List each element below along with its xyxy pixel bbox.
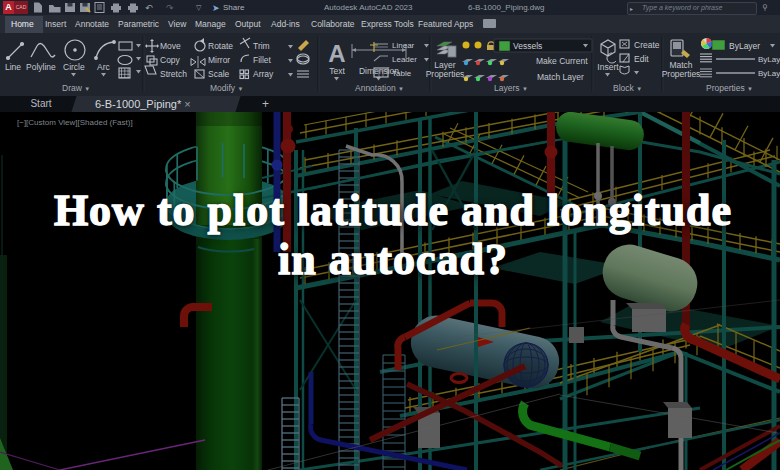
svg-text:ByLayer: ByLayer bbox=[729, 41, 760, 51]
svg-text:A: A bbox=[328, 40, 345, 67]
svg-text:Scale: Scale bbox=[208, 69, 230, 79]
svg-text:Line: Line bbox=[5, 62, 21, 72]
svg-text:Linear: Linear bbox=[392, 41, 415, 50]
svg-text:Mirror: Mirror bbox=[208, 55, 230, 65]
svg-text:Copy: Copy bbox=[160, 55, 181, 65]
svg-text:Make Current: Make Current bbox=[536, 56, 588, 66]
svg-text:Create: Create bbox=[634, 40, 660, 50]
svg-text:Move: Move bbox=[160, 41, 181, 51]
svg-text:Arc: Arc bbox=[97, 62, 111, 72]
svg-text:Circle: Circle bbox=[63, 62, 85, 72]
svg-text:Vessels: Vessels bbox=[513, 41, 542, 51]
svg-text:ByLayer: ByLayer bbox=[758, 69, 780, 78]
svg-text:Table: Table bbox=[392, 69, 412, 78]
svg-text:Properties: Properties bbox=[662, 69, 701, 79]
svg-text:Rotate: Rotate bbox=[208, 41, 233, 51]
svg-text:Leader: Leader bbox=[392, 55, 417, 64]
svg-text:Text: Text bbox=[329, 66, 345, 76]
svg-text:Fillet: Fillet bbox=[253, 55, 272, 65]
svg-text:Edit: Edit bbox=[634, 54, 649, 64]
svg-text:Polyline: Polyline bbox=[26, 62, 56, 72]
svg-text:Match Layer: Match Layer bbox=[537, 72, 584, 82]
svg-text:Properties: Properties bbox=[426, 69, 465, 79]
svg-text:Array: Array bbox=[253, 69, 274, 79]
svg-text:Insert: Insert bbox=[597, 62, 619, 72]
svg-text:ByLayer: ByLayer bbox=[758, 55, 780, 64]
svg-text:Stretch: Stretch bbox=[160, 69, 187, 79]
svg-text:Trim: Trim bbox=[253, 41, 270, 51]
